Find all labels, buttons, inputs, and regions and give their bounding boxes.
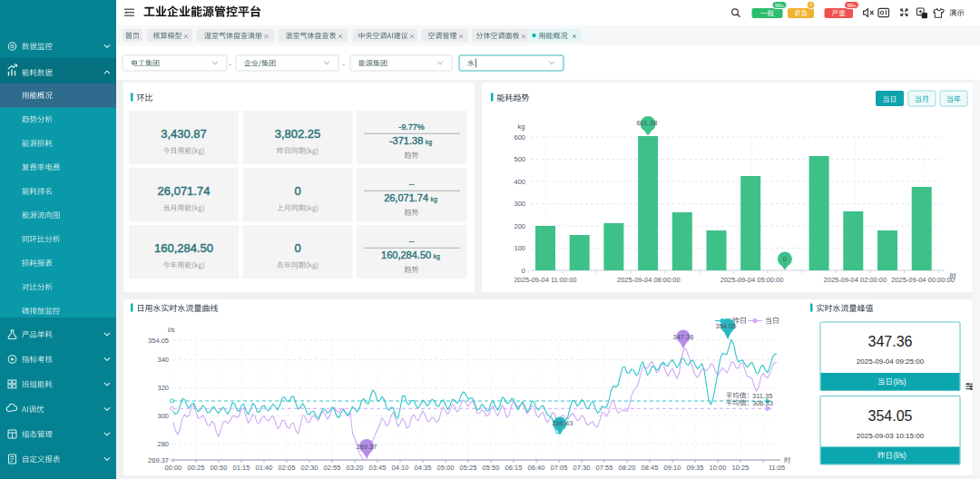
- svg-text:400: 400: [514, 178, 525, 186]
- svg-text:01:40: 01:40: [256, 464, 273, 472]
- svg-text:09:10: 09:10: [664, 464, 681, 472]
- svg-text:10:00: 10:00: [710, 464, 727, 472]
- svg-text:2025-09-04 02:00:00: 2025-09-04 02:00:00: [824, 276, 887, 284]
- svg-text:347.36: 347.36: [673, 333, 694, 341]
- svg-text:347.36: 347.36: [868, 334, 913, 349]
- svg-text:03:45: 03:45: [369, 464, 387, 472]
- svg-text:500: 500: [514, 155, 525, 163]
- svg-text:04:10: 04:10: [392, 464, 409, 472]
- svg-text:2025-09-04 05:00:00: 2025-09-04 05:00:00: [720, 276, 784, 284]
- svg-text:02:05: 02:05: [279, 464, 296, 472]
- svg-text:09:35: 09:35: [687, 464, 704, 472]
- svg-text:160,284.50: 160,284.50: [381, 249, 431, 260]
- svg-text:00:25: 00:25: [188, 464, 205, 472]
- svg-text:354.05: 354.05: [868, 408, 913, 424]
- svg-text:26,071.74: 26,071.74: [384, 192, 428, 203]
- svg-text:07:30: 07:30: [573, 464, 591, 472]
- svg-text:600: 600: [514, 133, 525, 142]
- svg-text:2025-09-04 00:00:00: 2025-09-04 00:00:00: [891, 276, 955, 284]
- svg-text:354.05: 354.05: [148, 337, 169, 345]
- svg-text:99+: 99+: [847, 3, 857, 8]
- svg-text:200: 200: [514, 222, 525, 230]
- svg-text:05:00: 05:00: [437, 464, 455, 472]
- svg-text:07:55: 07:55: [596, 464, 613, 472]
- svg-text:280: 280: [157, 440, 169, 448]
- svg-text:--: --: [409, 180, 415, 189]
- svg-text:2025-09-04 08:00:00: 2025-09-04 08:00:00: [617, 276, 681, 284]
- svg-text:340: 340: [157, 356, 169, 364]
- svg-text:05:25: 05:25: [460, 464, 477, 472]
- svg-text:3,430.87: 3,430.87: [161, 127, 207, 141]
- svg-text:(l/s): (l/s): [894, 377, 906, 386]
- svg-text:286.43: 286.43: [553, 419, 573, 427]
- svg-text:--: --: [409, 237, 415, 246]
- svg-text:kg: kg: [434, 253, 441, 260]
- svg-text:160,284.50: 160,284.50: [154, 241, 213, 255]
- svg-text:l/s: l/s: [168, 326, 175, 334]
- svg-text:3,802.25: 3,802.25: [275, 127, 321, 141]
- svg-text:-: -: [342, 60, 345, 68]
- svg-text:10:25: 10:25: [732, 464, 750, 472]
- svg-text:04:35: 04:35: [415, 464, 432, 472]
- svg-text:00:50: 00:50: [211, 464, 228, 472]
- svg-text:kg: kg: [426, 139, 433, 146]
- svg-text:0: 0: [522, 267, 525, 275]
- svg-text:kg: kg: [518, 122, 525, 131]
- svg-text:100: 100: [514, 244, 525, 252]
- svg-text:06:15: 06:15: [505, 464, 523, 472]
- svg-text:02:30: 02:30: [301, 464, 318, 472]
- svg-text:-9.77%: -9.77%: [398, 122, 425, 132]
- svg-text:06:40: 06:40: [528, 464, 545, 472]
- svg-text:320: 320: [157, 384, 169, 392]
- svg-text:05:50: 05:50: [483, 464, 500, 472]
- svg-text:03:20: 03:20: [347, 464, 364, 472]
- svg-text:08:20: 08:20: [619, 464, 636, 472]
- svg-text:2025-09-04 09:25:00: 2025-09-04 09:25:00: [857, 357, 925, 366]
- svg-text:2025-09-03 10:15:00: 2025-09-03 10:15:00: [857, 432, 925, 440]
- svg-text:08:45: 08:45: [642, 464, 659, 472]
- svg-text:-: -: [229, 60, 231, 68]
- svg-text:0: 0: [294, 184, 300, 198]
- svg-text:306.33: 306.33: [752, 399, 773, 407]
- svg-text:26,071.74: 26,071.74: [158, 184, 211, 198]
- svg-text:01:15: 01:15: [233, 464, 250, 472]
- svg-text:354.05: 354.05: [716, 322, 737, 330]
- svg-text:2025-09-04 11:00:00: 2025-09-04 11:00:00: [514, 276, 576, 284]
- svg-text:99+: 99+: [775, 3, 785, 8]
- svg-text:(l/s): (l/s): [894, 451, 906, 460]
- svg-text:0: 0: [294, 241, 300, 255]
- svg-text:07:05: 07:05: [551, 464, 568, 472]
- svg-text:11:05: 11:05: [769, 464, 785, 472]
- svg-text:300: 300: [514, 200, 525, 208]
- svg-text:-371.38: -371.38: [389, 135, 423, 146]
- svg-text:300: 300: [157, 412, 169, 420]
- svg-text:0: 0: [783, 255, 787, 263]
- svg-text:269.37: 269.37: [357, 443, 377, 451]
- svg-text:601.38: 601.38: [637, 119, 658, 127]
- svg-text:kg: kg: [431, 196, 438, 203]
- svg-text:02:55: 02:55: [324, 464, 341, 472]
- svg-text:00:00: 00:00: [165, 464, 182, 472]
